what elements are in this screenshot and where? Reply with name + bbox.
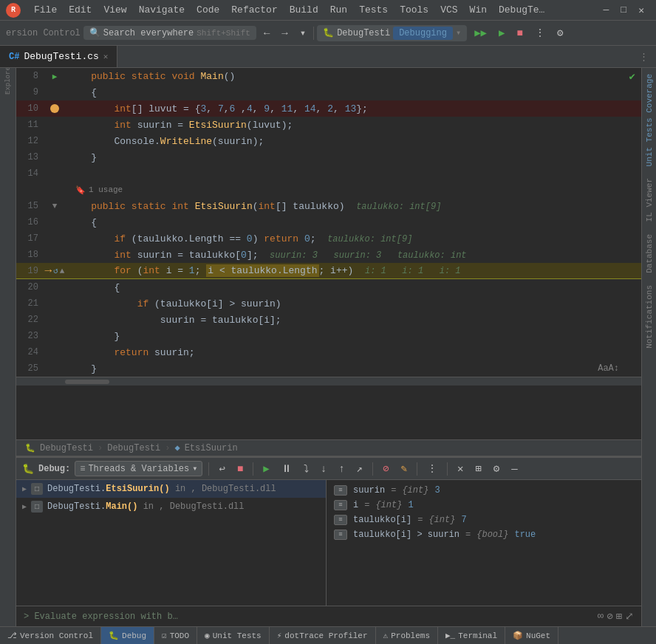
eval-grid-icon[interactable]: ⊞ — [616, 610, 622, 623]
eval-infinity-icon[interactable]: ∞ — [598, 610, 604, 623]
usage-badge: 1 usage — [89, 185, 123, 194]
debug-config[interactable]: 🐛 DebugTesti Debugging ▾ — [317, 25, 467, 41]
nav-dropdown[interactable]: ▾ — [295, 24, 310, 41]
debug-variables: ≡ suurin = {int} 3 ≡ i = {int} 1 — [327, 480, 641, 606]
menu-tools[interactable]: Tools — [394, 1, 434, 18]
line-num-21: 21 — [16, 298, 44, 309]
close-btn[interactable]: ✕ — [632, 1, 650, 19]
menu-navigate[interactable]: Navigate — [133, 1, 191, 18]
debug-icon: 🐛 — [22, 463, 34, 475]
menu-build[interactable]: Build — [284, 1, 324, 18]
code-content-20: { — [65, 282, 641, 293]
line-num-15: 15 — [16, 201, 44, 211]
status-dottrace[interactable]: ⚡ dotTrace Profiler — [270, 627, 376, 644]
problems-icon: ⚠ — [383, 631, 389, 640]
status-problems[interactable]: ⚠ Problems — [376, 627, 438, 644]
step-over-btn[interactable]: ⤵ — [300, 462, 312, 476]
var-type-suurin: {int} — [402, 485, 428, 496]
edit-bp-btn[interactable]: ✎ — [397, 461, 410, 476]
mute-bp-btn[interactable]: ⊘ — [379, 461, 392, 476]
step-out-btn[interactable]: ↑ — [335, 462, 348, 476]
eval-circle-icon[interactable]: ⊘ — [607, 610, 612, 623]
search-bar[interactable]: 🔍 Search everywhere Shift+Shift — [83, 26, 256, 40]
var-icon-taulukko-i: ≡ — [334, 515, 347, 525]
resume-debug-btn[interactable]: ▶ — [259, 461, 273, 476]
line-num-11: 11 — [16, 120, 44, 130]
menu-file[interactable]: File — [28, 1, 63, 18]
menu-bar: R File Edit View Navigate Code Refactor … — [0, 0, 656, 21]
menu-code[interactable]: Code — [191, 1, 225, 18]
bc-debugtesti2[interactable]: DebugTesti — [107, 443, 160, 453]
status-nuget[interactable]: 📦 NuGet — [505, 627, 558, 644]
debug-stop-btn[interactable]: ■ — [233, 462, 247, 476]
menu-refactor[interactable]: Refactor — [225, 1, 283, 18]
stack-frame-1[interactable]: ▶ □ DebugTesti.Main() in , DebugTesti.dl… — [16, 498, 326, 515]
stop-btn[interactable]: ■ — [512, 25, 527, 41]
threads-dropdown[interactable]: ≡ Threads & Variables ▾ — [75, 461, 202, 476]
h-scrollbar[interactable] — [16, 377, 641, 386]
restart-btn[interactable]: ↩ — [215, 461, 228, 476]
right-sidebar-il-viewer[interactable]: IL Viewer — [645, 172, 654, 227]
eval-expand-icon[interactable]: ⤢ — [625, 610, 634, 623]
bc-etsisuurin[interactable]: EtsiSuurin — [185, 443, 238, 453]
line-num-18: 18 — [16, 250, 44, 260]
nav-back-btn[interactable]: ← — [259, 25, 274, 41]
threads-label: Threads & Variables — [88, 464, 189, 474]
code-content-15: public static int EtsiSuurin(int[] taulu… — [65, 201, 641, 212]
todo-label: TODO — [170, 631, 189, 640]
search-text: Search everywhere — [103, 28, 194, 38]
debug-pin-btn[interactable]: — — [508, 462, 521, 476]
debug-more-btn[interactable]: ⋮ — [423, 461, 441, 476]
rerun-btn[interactable]: ▶▶ — [470, 24, 491, 41]
menu-run[interactable]: Run — [324, 1, 353, 18]
right-sidebar-database[interactable]: Database — [645, 228, 654, 279]
stack-expand-1[interactable]: ▶ — [22, 502, 27, 511]
version-control-label: Version Control — [20, 631, 93, 640]
fold-15[interactable]: ▼ — [52, 202, 58, 210]
more-debug-btn[interactable]: ⋮ — [530, 24, 550, 41]
debug-layout-btn[interactable]: ⊞ — [471, 461, 485, 476]
line-num-20: 20 — [16, 282, 44, 292]
menu-debugte[interactable]: DebugTe… — [493, 1, 550, 18]
stack-expand-0[interactable]: ▶ — [22, 484, 27, 493]
code-editor[interactable]: 8 ▶ public static void Main() ✔ 9 { 10 — [16, 68, 641, 439]
code-line-24: 24 return suurin; — [16, 344, 641, 360]
var-suurin: ≡ suurin = {int} 3 — [327, 483, 641, 498]
right-sidebar-notifications[interactable]: Notifications — [645, 279, 654, 354]
stack-frame-0[interactable]: ▶ □ DebugTesti.EtsiSuurin() in , DebugTe… — [16, 480, 326, 498]
menu-edit[interactable]: Edit — [63, 1, 98, 18]
breakpoint-10[interactable] — [50, 104, 59, 113]
menu-win[interactable]: Win — [464, 1, 493, 18]
status-terminal[interactable]: ▶_ Terminal — [438, 627, 505, 644]
debug-close-btn[interactable]: ✕ — [454, 461, 467, 476]
settings-btn[interactable]: ⚙ — [553, 24, 567, 41]
explorer-icon[interactable]: Explorer — [0, 68, 16, 89]
run-icon-8[interactable]: ▶ — [52, 72, 58, 81]
var-eq-comparison: = — [465, 530, 471, 540]
step-into-btn[interactable]: ↓ — [317, 462, 330, 476]
nav-fwd-btn[interactable]: → — [277, 25, 292, 41]
code-line-21: 21 if (taulukko[i] > suurin) — [16, 295, 641, 312]
var-icon-comparison: ≡ — [334, 530, 347, 540]
status-version-control[interactable]: ⎇ Version Control — [0, 627, 101, 644]
menu-view[interactable]: View — [98, 1, 132, 18]
tab-more-btn[interactable]: ⋮ — [632, 51, 656, 63]
tab-debugtesti[interactable]: C# DebugTesti.cs ✕ — [0, 46, 117, 67]
menu-vcs[interactable]: VCS — [434, 1, 463, 18]
tab-close-btn[interactable]: ✕ — [103, 52, 109, 61]
menu-tests[interactable]: Tests — [353, 1, 394, 18]
status-todo[interactable]: ☑ TODO — [154, 627, 197, 644]
resume-btn[interactable]: ▶ — [494, 24, 509, 41]
pause-btn[interactable]: ⏸ — [278, 462, 295, 476]
run-to-cursor-btn[interactable]: ↗ — [353, 461, 366, 476]
fold-19[interactable]: ▲ — [60, 267, 65, 275]
gutter-15: ▼ — [44, 202, 65, 210]
status-debug[interactable]: 🐛 Debug — [101, 627, 154, 644]
bc-debugtesti[interactable]: DebugTesti — [40, 443, 93, 453]
right-sidebar-unit-tests[interactable]: Unit Tests Coverage — [645, 68, 654, 172]
status-unit-tests[interactable]: ◉ Unit Tests — [197, 627, 270, 644]
maximize-btn[interactable]: □ — [615, 1, 632, 18]
debug-settings-btn[interactable]: ⚙ — [490, 461, 503, 476]
tab-bar: C# DebugTesti.cs ✕ ⋮ — [0, 46, 656, 68]
minimize-btn[interactable]: — — [598, 1, 615, 18]
